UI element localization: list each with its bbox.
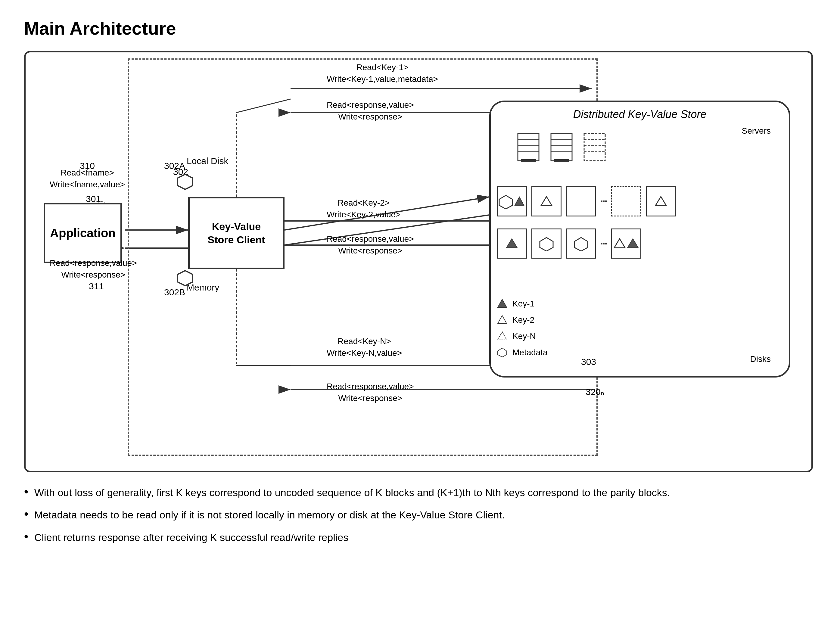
- mid-read-label: Read<Key-2> Write<Key-2,value>: [327, 197, 400, 220]
- local-disk-label: Local Disk: [187, 155, 228, 167]
- svg-marker-56: [498, 348, 507, 357]
- svg-marker-45: [515, 197, 524, 205]
- svg-marker-47: [655, 197, 666, 206]
- server-icon-2: [548, 132, 575, 165]
- disks-label: Disks: [750, 354, 771, 364]
- bot-response-label: Read<response,value> Write<response>: [327, 380, 414, 404]
- svg-rect-30: [518, 134, 539, 161]
- local-disk-hex-icon: [176, 173, 194, 191]
- kv-store-title: Distributed Key-Value Store: [491, 108, 789, 121]
- legend-keyN: Key-N: [497, 331, 548, 342]
- svg-marker-54: [498, 316, 507, 323]
- svg-rect-40: [584, 134, 605, 161]
- disk-cell-1-5: [646, 186, 676, 216]
- legend-key2: Key-2: [497, 315, 548, 325]
- ref-302A: 302A: [164, 161, 185, 171]
- disk-cell-2-4: [611, 229, 641, 259]
- disk-cell-1-4: [611, 186, 641, 216]
- servers-label: Servers: [742, 126, 771, 136]
- ref-311: 311: [89, 281, 104, 292]
- main-container: Main Architecture: [0, 0, 840, 631]
- svg-marker-52: [627, 239, 638, 248]
- legend-key1: Key-1: [497, 298, 548, 309]
- app-response-label: Read<response,value> Write<response>: [50, 257, 137, 281]
- svg-marker-28: [178, 174, 193, 189]
- top-read-label: Read<Key-1> Write<Key-1,value,metadata>: [327, 62, 438, 85]
- svg-marker-46: [541, 197, 552, 206]
- bullet-2: • Metadata needs to be read only if it i…: [24, 507, 816, 523]
- bot-read-label: Read<Key-N> Write<Key-N,value>: [327, 335, 402, 359]
- svg-rect-39: [554, 159, 569, 162]
- legend: Key-1 Key-2 Key-N: [497, 298, 548, 358]
- svg-marker-29: [178, 271, 193, 286]
- server-icon-1: [515, 132, 542, 165]
- application-box: Application: [44, 203, 122, 263]
- svg-marker-44: [499, 196, 512, 209]
- ref-302B: 302B: [164, 287, 185, 297]
- server-icon-3: [581, 132, 608, 165]
- disk-dots-2: [601, 243, 607, 245]
- memory-hex-icon: [176, 269, 194, 287]
- disk-cell-2-3: [566, 229, 596, 259]
- diagram-area: Application 301 ⌒ Read<fname> Write<fnam…: [24, 51, 813, 472]
- disk-cell-1-2: [531, 186, 562, 216]
- kv-client-label: Key-ValueStore Client: [208, 220, 265, 246]
- svg-rect-34: [521, 159, 536, 162]
- svg-marker-50: [575, 238, 588, 251]
- legend-metadata: Metadata: [497, 347, 548, 358]
- disk-cell-2-1: [497, 229, 527, 259]
- bullets-section: • With out loss of generality, first K k…: [24, 484, 816, 546]
- svg-marker-51: [614, 239, 625, 248]
- disk-cell-1-3: [566, 186, 596, 216]
- application-label: Application: [50, 226, 115, 240]
- bullet-1: • With out loss of generality, first K k…: [24, 484, 816, 501]
- kv-store-box: Distributed Key-Value Store: [489, 101, 790, 377]
- svg-marker-55: [498, 332, 507, 340]
- svg-marker-48: [507, 239, 517, 248]
- main-title: Main Architecture: [24, 18, 816, 39]
- mid-response-label: Read<response,value> Write<response>: [327, 233, 414, 257]
- svg-marker-49: [540, 238, 553, 251]
- svg-rect-35: [551, 134, 572, 161]
- ref-310: 310: [80, 161, 95, 171]
- kv-client-box: Key-ValueStore Client: [188, 197, 284, 269]
- disk-cell-2-2: [531, 229, 562, 259]
- top-response-label: Read<response,value> Write<response>: [327, 99, 414, 123]
- svg-marker-53: [498, 299, 507, 308]
- disk-dots-1: [601, 200, 607, 202]
- ref-303: 303: [581, 357, 596, 367]
- disk-cell-1-1: [497, 186, 527, 216]
- ref-320-N: 320ₙ: [586, 386, 604, 397]
- bullet-3: • Client returns response after receivin…: [24, 529, 816, 546]
